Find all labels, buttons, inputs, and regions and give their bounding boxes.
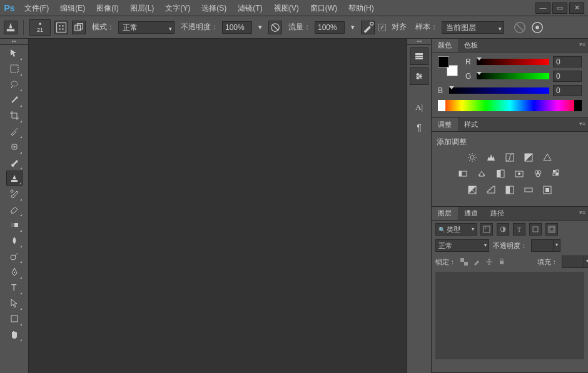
align-checkbox[interactable]: ✓ [378,24,386,31]
posterize-icon[interactable] [485,185,497,195]
canvas-area[interactable] [29,39,407,373]
marquee-tool[interactable] [6,61,23,76]
g-slider[interactable] [477,73,549,79]
brush-preview[interactable]: 21 [29,19,51,36]
tab-channels[interactable]: 通道 [458,207,484,220]
history-brush-tool[interactable] [6,186,23,201]
brightness-icon[interactable] [467,152,478,162]
filter-smart-icon[interactable] [545,223,558,236]
filter-type-icon[interactable]: T [513,223,525,236]
airbrush-icon[interactable] [361,21,375,34]
menu-edit[interactable]: 编辑(E) [54,0,91,16]
invert-icon[interactable] [467,185,478,195]
vibrance-icon[interactable] [542,152,553,162]
channel-mixer-icon[interactable] [532,169,544,179]
r-slider[interactable] [477,59,549,65]
ignore-adjust-icon[interactable] [513,21,527,34]
menu-layer[interactable]: 图层(L) [124,0,160,16]
lock-position-icon[interactable] [485,257,494,266]
panel-menu-icon[interactable]: ▾≡ [579,209,585,216]
clone-stamp-tool[interactable] [6,171,23,186]
minimize-button[interactable]: — [535,2,550,14]
tab-color[interactable]: 颜色 [432,39,458,52]
filter-shape-icon[interactable] [529,223,542,236]
brush-tool[interactable] [6,155,23,170]
foreground-color-swatch[interactable] [438,56,449,67]
path-select-tool[interactable] [6,296,23,311]
menu-select[interactable]: 选择(S) [196,0,232,16]
tab-swatches[interactable]: 色板 [458,39,484,52]
opacity-dropdown-icon[interactable]: ▾ [256,21,265,34]
b-input[interactable]: 0 [553,85,582,96]
photo-filter-icon[interactable] [514,169,525,179]
tab-layers[interactable]: 图层 [432,207,458,220]
opacity-input[interactable]: 100% [222,21,252,34]
menu-file[interactable]: 文件(F) [19,0,54,16]
character-panel-icon[interactable]: A| [410,99,428,116]
history-panel-icon[interactable] [410,47,428,65]
menu-help[interactable]: 帮助(H) [343,0,380,16]
sample-select[interactable]: 当前图层 [442,21,504,34]
flow-dropdown-icon[interactable]: ▾ [348,21,357,34]
tool-preset-icon[interactable] [4,21,18,34]
shape-tool[interactable] [6,311,23,326]
gradient-tool[interactable] [6,217,23,232]
eyedropper-tool[interactable] [6,124,23,139]
toolbox-collapse-icon[interactable]: ▸▸ [0,39,28,45]
menu-window[interactable]: 窗口(W) [305,0,343,16]
menu-view[interactable]: 视图(V) [268,0,305,16]
menu-image[interactable]: 图像(I) [91,0,124,16]
menu-filter[interactable]: 滤镜(T) [232,0,268,16]
lasso-tool[interactable] [6,77,23,92]
b-slider[interactable] [449,87,549,94]
tab-adjustments[interactable]: 调整 [432,118,458,131]
eraser-tool[interactable] [6,202,23,217]
filter-pixel-icon[interactable] [480,223,493,236]
dodge-tool[interactable] [6,249,23,264]
color-spectrum[interactable] [438,100,582,111]
layer-list[interactable] [435,272,584,359]
move-tool[interactable] [6,46,23,61]
paragraph-panel-icon[interactable]: ¶ [410,119,428,136]
tab-paths[interactable]: 路径 [484,207,510,220]
crop-tool[interactable] [6,108,23,123]
wand-tool[interactable] [6,92,23,107]
bw-icon[interactable] [495,169,506,179]
blur-tool[interactable] [6,233,23,248]
layer-blend-mode[interactable]: 正常 [435,239,489,252]
properties-panel-icon[interactable] [410,67,428,85]
exposure-icon[interactable] [523,152,534,162]
brush-panel-icon[interactable] [54,21,68,34]
blend-mode-select[interactable]: 正常 [118,21,175,34]
pen-tool[interactable] [6,264,23,279]
lock-all-icon[interactable] [497,257,506,266]
g-input[interactable]: 0 [553,71,582,82]
flow-input[interactable]: 100% [315,21,345,34]
layer-opacity-input[interactable] [531,239,554,252]
filter-adjust-icon[interactable] [497,223,509,236]
threshold-icon[interactable] [504,185,515,195]
hand-tool[interactable] [6,327,23,342]
color-lookup-icon[interactable] [551,169,562,179]
maximize-button[interactable]: ▭ [552,2,567,14]
pressure-opacity-icon[interactable] [268,21,282,34]
panel-menu-icon[interactable]: ▾≡ [579,121,585,127]
color-balance-icon[interactable] [476,169,487,179]
r-input[interactable]: 0 [553,56,582,67]
gradient-map-icon[interactable] [523,185,534,195]
lock-pixels-icon[interactable] [472,257,481,266]
selective-color-icon[interactable] [542,185,553,195]
lock-transparency-icon[interactable] [460,257,469,266]
close-button[interactable]: ✕ [569,2,584,14]
curves-icon[interactable] [504,152,515,162]
levels-icon[interactable] [485,152,497,162]
hue-sat-icon[interactable] [457,169,469,179]
healing-tool[interactable] [6,139,23,154]
menu-type[interactable]: 文字(Y) [160,0,196,16]
layer-fill-input[interactable] [562,256,584,268]
layer-filter-kind[interactable]: 类型 [435,223,477,236]
clone-source-icon[interactable] [72,21,86,34]
panel-menu-icon[interactable]: ▾≡ [579,41,585,47]
dock-collapse-icon[interactable]: ◂◂ [407,39,431,45]
fg-bg-color-picker[interactable] [438,56,458,76]
